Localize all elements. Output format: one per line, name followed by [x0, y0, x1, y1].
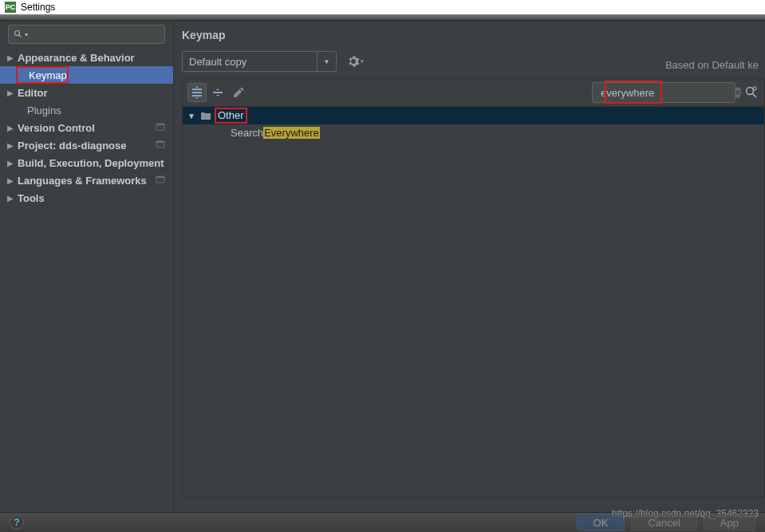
sidebar-item-label: Project: dds-diagnose [18, 140, 127, 152]
dialog-button-bar: ? https://blog.csdn.net/qq_35462323 OK C… [0, 512, 765, 532]
chevron-right-icon: ▶ [5, 141, 16, 150]
chevron-right-icon: ▶ [5, 194, 16, 203]
chevron-down-icon: ▾ [361, 58, 364, 65]
folder-icon [200, 110, 211, 121]
svg-point-16 [753, 87, 756, 90]
sidebar-item-label: Version Control [18, 122, 95, 134]
titlebar-gradient [0, 14, 765, 21]
svg-rect-7 [156, 176, 164, 178]
chevron-right-icon: ▶ [5, 53, 16, 62]
sidebar-item-editor[interactable]: ▶ Editor [0, 84, 173, 101]
action-search-input[interactable] [601, 87, 735, 99]
sidebar-item-version-control[interactable]: ▶ Version Control [0, 119, 173, 136]
tree-action-row[interactable]: Search Everywhere [183, 124, 764, 140]
action-label-prefix: Search [231, 127, 263, 139]
svg-rect-11 [213, 92, 223, 93]
action-label-highlight: Everywhere [263, 127, 320, 139]
sidebar-item-project[interactable]: ▶ Project: dds-diagnose [0, 136, 173, 154]
sidebar-item-label: Languages & Frameworks [18, 175, 147, 187]
find-shortcut-icon [744, 85, 759, 100]
sidebar-item-tools[interactable]: ▶ Tools [0, 189, 173, 207]
highlight-box: Keymap [16, 66, 69, 84]
main-area: ▾ ▶ Appearance & Behavior ▶ Keymap ▶ Edi… [0, 21, 765, 512]
chevron-down-icon: ▾ [25, 31, 28, 38]
svg-rect-9 [192, 92, 202, 93]
svg-rect-8 [192, 89, 202, 90]
svg-rect-5 [156, 141, 164, 143]
project-scope-icon [156, 175, 165, 184]
tree-group-row[interactable]: ▼ Other [183, 107, 764, 124]
actions-toolbar [182, 78, 765, 107]
svg-line-1 [19, 35, 22, 37]
based-on-label: Based on Default ke [665, 59, 759, 71]
find-by-shortcut-button[interactable] [743, 85, 759, 100]
sidebar-item-label: Appearance & Behavior [18, 52, 135, 64]
sidebar-item-label: Plugins [27, 104, 61, 116]
sidebar-item-build-execution-deployment[interactable]: ▶ Build, Execution, Deployment [0, 154, 173, 171]
chevron-down-icon: ▼ [186, 112, 197, 120]
close-icon [735, 89, 741, 96]
expand-tree-icon [191, 86, 203, 99]
gear-icon [347, 55, 360, 68]
sidebar-item-plugins[interactable]: ▶ Plugins [0, 101, 173, 119]
window-title: Settings [21, 2, 55, 13]
content-panel: Keymap Default copy ▼ ▾ Based on Default… [174, 21, 765, 512]
keymap-toolbar: Default copy ▼ ▾ Based on Default ke [174, 48, 765, 78]
sidebar-tree: ▶ Appearance & Behavior ▶ Keymap ▶ Edito… [0, 49, 173, 512]
highlight-box: Other [215, 108, 247, 124]
search-icon [14, 30, 23, 39]
tree-group-label: Other [218, 109, 244, 121]
page-title: Keymap [174, 21, 765, 48]
chevron-down-icon: ▼ [324, 58, 330, 65]
chevron-right-icon: ▶ [5, 124, 16, 132]
sidebar-item-appearance-behavior[interactable]: ▶ Appearance & Behavior [0, 49, 173, 66]
apply-button[interactable]: App [704, 514, 755, 531]
clear-search-button[interactable] [735, 87, 741, 98]
sidebar-item-label: Build, Execution, Deployment [18, 157, 164, 169]
svg-point-14 [747, 88, 754, 95]
sidebar-search[interactable]: ▾ [8, 25, 165, 44]
pencil-icon [232, 86, 245, 99]
svg-line-15 [753, 94, 757, 98]
sidebar-item-keymap[interactable]: ▶ Keymap [0, 66, 173, 84]
collapse-all-button[interactable] [208, 83, 227, 102]
svg-point-0 [15, 31, 20, 36]
keymap-select-dropdown[interactable]: ▼ [317, 51, 337, 72]
project-scope-icon [156, 140, 165, 149]
chevron-right-icon: ▶ [5, 176, 16, 185]
keymap-select[interactable]: Default copy [182, 51, 317, 72]
edit-shortcut-button[interactable] [229, 83, 248, 102]
sidebar-item-label: Keymap [29, 69, 67, 81]
svg-rect-3 [156, 124, 164, 125]
cancel-button[interactable]: Cancel [631, 514, 696, 531]
sidebar-search-input[interactable] [31, 29, 160, 40]
window-titlebar: PC Settings [0, 0, 765, 14]
ok-button[interactable]: OK [577, 514, 625, 531]
app-icon: PC [5, 2, 16, 13]
actions-tree[interactable]: ▼ Other Search Everywhere [182, 107, 765, 498]
expand-all-button[interactable] [187, 83, 207, 102]
chevron-right-icon: ▶ [5, 159, 16, 167]
collapse-tree-icon [211, 86, 224, 99]
project-scope-icon [156, 122, 165, 132]
chevron-right-icon: ▶ [5, 89, 16, 97]
keymap-select-value: Default copy [189, 56, 246, 68]
help-button[interactable]: ? [10, 515, 24, 530]
svg-rect-10 [192, 95, 202, 97]
action-search[interactable] [592, 82, 735, 103]
sidebar-item-label: Editor [18, 87, 48, 99]
keymap-gear-button[interactable]: ▾ [346, 53, 364, 70]
settings-sidebar: ▾ ▶ Appearance & Behavior ▶ Keymap ▶ Edi… [0, 21, 174, 512]
sidebar-item-languages-frameworks[interactable]: ▶ Languages & Frameworks [0, 171, 173, 189]
sidebar-item-label: Tools [18, 192, 45, 204]
